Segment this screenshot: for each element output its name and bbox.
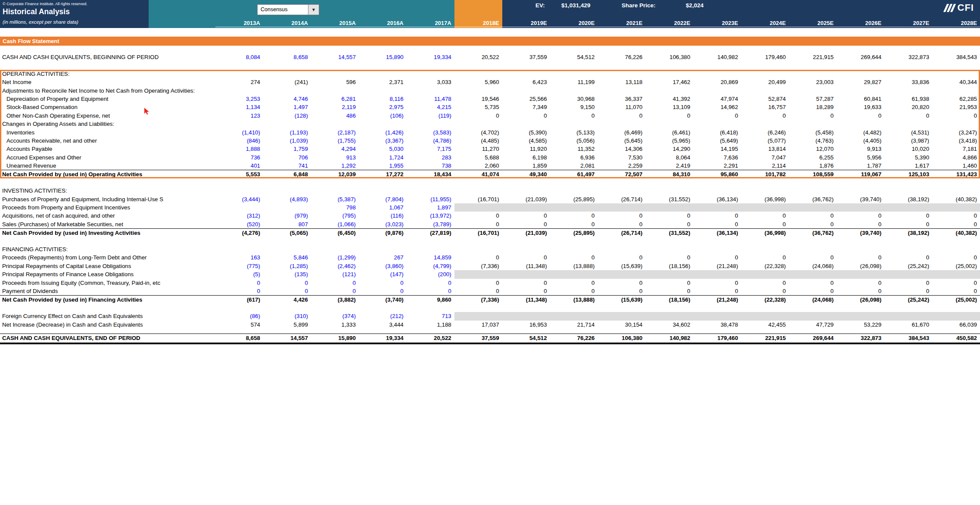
cell-depreciation-2025E[interactable]: 57,287 (789, 95, 837, 103)
row-label-net-increase[interactable]: Net Increase (Decrease) in Cash and Cash… (0, 321, 215, 329)
cell-inventories-2017A[interactable]: (3,583) (407, 128, 454, 137)
cell-net-increase-2026E[interactable]: 53,229 (837, 321, 884, 329)
cell-cash-beginning-2028E[interactable]: 384,543 (932, 53, 980, 61)
cell-unearned-revenue-2023E[interactable]: 2,291 (693, 162, 741, 170)
row-label-accounts-payable[interactable]: Accounts Payable (0, 145, 215, 153)
cell-proceeds-ppe-incentives-2028E[interactable] (932, 203, 980, 212)
row-label-net-cash-operating[interactable]: Net Cash Provided by (used in) Operating… (0, 170, 215, 178)
cell-net-increase-2021E[interactable]: 30,154 (598, 321, 646, 329)
cell-net-cash-operating-2024E[interactable]: 101,782 (741, 170, 789, 178)
cell-accounts-receivable-2023E[interactable]: (5,649) (693, 137, 741, 145)
cell-proceeds-ppe-incentives-2017A[interactable]: 1,897 (407, 203, 454, 212)
cell-finance-lease-2017A[interactable]: (200) (407, 270, 454, 278)
cell-cash-beginning-2026E[interactable]: 269,644 (837, 53, 884, 61)
cell-stock-comp-2018E[interactable]: 5,735 (454, 103, 502, 111)
cell-issuing-equity-2019E[interactable]: 0 (502, 279, 550, 287)
cell-dividends-2027E[interactable]: 0 (884, 287, 932, 295)
cell-other-noncash-2022E[interactable]: 0 (645, 112, 693, 120)
cell-depreciation-2022E[interactable]: 41,392 (645, 95, 693, 103)
cell-lt-debt-2015A[interactable]: (1,299) (311, 253, 359, 262)
cell-accounts-payable-2022E[interactable]: 14,290 (645, 145, 693, 153)
cell-lt-debt-2016A[interactable]: 267 (359, 253, 407, 262)
cell-fx-effect-2013A[interactable]: (86) (215, 312, 263, 320)
cell-stock-comp-2024E[interactable]: 16,757 (741, 103, 789, 111)
cell-stock-comp-2015A[interactable]: 2,119 (311, 103, 359, 111)
cell-net-cash-operating-2025E[interactable]: 108,559 (789, 170, 837, 178)
cell-dividends-2016A[interactable]: 0 (359, 287, 407, 295)
cell-capital-lease-2018E[interactable]: (7,336) (454, 262, 502, 270)
cell-cash-ending-2022E[interactable]: 140,982 (645, 334, 693, 343)
cell-finance-lease-2027E[interactable] (884, 270, 932, 278)
year-header-2017A[interactable]: 2017A (407, 19, 454, 27)
row-label-fx-effect[interactable]: Foreign Currency Effect on Cash and Cash… (0, 312, 215, 320)
cell-issuing-equity-2023E[interactable]: 0 (693, 279, 741, 287)
row-label-cash-beginning[interactable]: CASH AND CASH EQUIVALENTS, BEGINNING OF … (0, 53, 215, 61)
cell-accounts-receivable-2019E[interactable]: (4,585) (502, 137, 550, 145)
cell-depreciation-2027E[interactable]: 61,938 (884, 95, 932, 103)
year-header-2019E[interactable]: 2019E (502, 19, 550, 27)
cell-inventories-2018E[interactable]: (4,702) (454, 128, 502, 137)
cell-acquisitions-2016A[interactable]: (116) (359, 212, 407, 220)
cell-capital-lease-2020E[interactable]: (13,888) (550, 262, 598, 270)
cell-dividends-2028E[interactable]: 0 (932, 287, 980, 295)
cell-accounts-receivable-2014A[interactable]: (1,039) (263, 137, 311, 145)
cell-net-increase-2016A[interactable]: 3,444 (359, 321, 407, 329)
cell-other-noncash-2018E[interactable]: 0 (454, 112, 502, 120)
cell-stock-comp-2022E[interactable]: 13,109 (645, 103, 693, 111)
cell-marketable-securities-2014A[interactable]: 807 (263, 220, 311, 228)
cell-unearned-revenue-2026E[interactable]: 1,787 (837, 162, 884, 170)
cell-finance-lease-2019E[interactable] (502, 270, 550, 278)
cell-lt-debt-2013A[interactable]: 163 (215, 253, 263, 262)
cell-unearned-revenue-2028E[interactable]: 1,460 (932, 162, 980, 170)
cell-marketable-securities-2018E[interactable]: 0 (454, 220, 502, 228)
cell-unearned-revenue-2025E[interactable]: 1,876 (789, 162, 837, 170)
cell-accrued-expenses-2020E[interactable]: 6,936 (550, 153, 598, 162)
row-label-issuing-equity[interactable]: Proceeds from Issuing Equity (Common, Tr… (0, 279, 215, 287)
cell-net-cash-financing-2017A[interactable]: 9,860 (407, 296, 454, 303)
cell-net-income-2021E[interactable]: 13,118 (598, 78, 646, 86)
cell-net-income-2017A[interactable]: 3,033 (407, 78, 454, 86)
cell-net-cash-financing-2028E[interactable]: (25,002) (932, 296, 980, 303)
cell-net-income-2028E[interactable]: 40,344 (932, 78, 980, 86)
cell-net-income-2015A[interactable]: 596 (311, 78, 359, 86)
cell-stock-comp-2025E[interactable]: 18,289 (789, 103, 837, 111)
cell-lt-debt-2018E[interactable]: 0 (454, 253, 502, 262)
cell-net-cash-financing-2025E[interactable]: (24,068) (789, 296, 837, 303)
row-label-lt-debt[interactable]: Proceeds (Repayments) from Long-Term Deb… (0, 253, 215, 262)
cell-accounts-payable-2018E[interactable]: 11,270 (454, 145, 502, 153)
cell-acquisitions-2024E[interactable]: 0 (741, 212, 789, 220)
cell-dividends-2026E[interactable]: 0 (837, 287, 884, 295)
cell-stock-comp-2020E[interactable]: 9,150 (550, 103, 598, 111)
cell-proceeds-ppe-incentives-2019E[interactable] (502, 203, 550, 212)
cell-other-noncash-2016A[interactable]: (106) (359, 112, 407, 120)
cell-capital-lease-2022E[interactable]: (18,156) (645, 262, 693, 270)
cell-purchases-ppe-2013A[interactable]: (3,444) (215, 195, 263, 203)
cell-net-income-2020E[interactable]: 11,199 (550, 78, 598, 86)
cell-accrued-expenses-2024E[interactable]: 7,047 (741, 153, 789, 162)
cell-lt-debt-2027E[interactable]: 0 (884, 253, 932, 262)
cell-marketable-securities-2019E[interactable]: 0 (502, 220, 550, 228)
cell-marketable-securities-2024E[interactable]: 0 (741, 220, 789, 228)
cell-finance-lease-2024E[interactable] (741, 270, 789, 278)
cell-cash-ending-2024E[interactable]: 221,915 (741, 334, 789, 343)
year-header-2021E[interactable]: 2021E (598, 19, 646, 27)
cell-net-cash-investing-2025E[interactable]: (36,762) (789, 229, 837, 237)
cell-cash-beginning-2018E[interactable]: 20,522 (454, 53, 502, 61)
cell-cash-beginning-2017A[interactable]: 19,334 (407, 53, 454, 61)
cell-inventories-2020E[interactable]: (5,133) (550, 128, 598, 137)
cell-inventories-2024E[interactable]: (6,246) (741, 128, 789, 137)
cell-accrued-expenses-2015A[interactable]: 913 (311, 153, 359, 162)
cell-cash-beginning-2022E[interactable]: 106,380 (645, 53, 693, 61)
cell-capital-lease-2023E[interactable]: (21,248) (693, 262, 741, 270)
scenario-dropdown-value[interactable]: Consensus (257, 4, 308, 15)
cell-other-noncash-2017A[interactable]: (119) (407, 112, 454, 120)
cell-acquisitions-2019E[interactable]: 0 (502, 212, 550, 220)
cell-depreciation-2015A[interactable]: 6,281 (311, 95, 359, 103)
cell-lt-debt-2022E[interactable]: 0 (645, 253, 693, 262)
cell-accounts-receivable-2017A[interactable]: (4,786) (407, 137, 454, 145)
cell-dividends-2019E[interactable]: 0 (502, 287, 550, 295)
cell-inventories-2021E[interactable]: (6,469) (598, 128, 646, 137)
cell-capital-lease-2014A[interactable]: (1,285) (263, 262, 311, 270)
cell-acquisitions-2026E[interactable]: 0 (837, 212, 884, 220)
cell-fx-effect-2027E[interactable] (884, 312, 932, 320)
